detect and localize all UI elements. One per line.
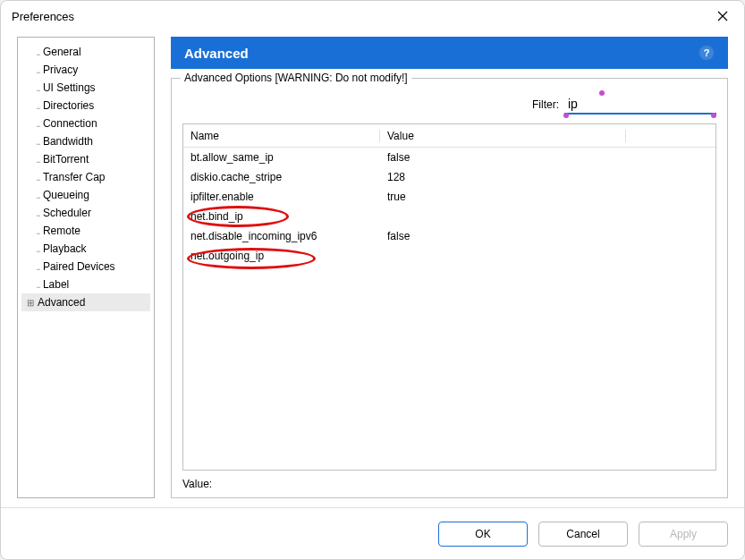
cell-name: bt.allow_same_ip: [183, 151, 380, 164]
column-header-name[interactable]: Name: [183, 130, 380, 142]
cell-name: net.disable_incoming_ipv6: [183, 230, 380, 242]
annotation-dot: [563, 113, 569, 118]
close-button[interactable]: [710, 4, 735, 29]
annotation-dot: [599, 90, 605, 96]
options-table: Name Value bt.allow_same_ip false diskio…: [182, 123, 716, 471]
apply-button[interactable]: Apply: [639, 522, 728, 547]
annotation-dot: [711, 113, 716, 118]
cell-value: true: [380, 191, 715, 203]
cell-name: net.bind_ip: [183, 210, 380, 223]
filter-label: Filter:: [532, 98, 559, 111]
table-row[interactable]: diskio.cache_stripe 128: [183, 167, 715, 187]
value-editor-label: Value:: [182, 478, 716, 490]
tree-item-connection[interactable]: .....Connection: [21, 115, 150, 132]
expand-icon[interactable]: ⊞: [25, 298, 36, 308]
tree-item-directories[interactable]: .....Directories: [21, 97, 150, 115]
dialog-footer: OK Cancel Apply: [1, 507, 744, 559]
tree-item-advanced[interactable]: ⊞Advanced: [21, 293, 150, 311]
category-tree: .....General .....Privacy .....UI Settin…: [17, 37, 155, 498]
table-header: Name Value: [183, 124, 715, 148]
tree-item-label[interactable]: .....Label: [21, 276, 150, 293]
tree-item-paired-devices[interactable]: .....Paired Devices: [21, 258, 150, 276]
cell-value: false: [380, 230, 715, 242]
tree-item-playback[interactable]: .....Playback: [21, 240, 150, 258]
section-header: Advanced ?: [171, 37, 728, 69]
cell-name: diskio.cache_stripe: [183, 171, 380, 183]
filter-row: Filter:: [182, 95, 716, 115]
cell-value: 128: [380, 171, 715, 183]
cell-value: false: [380, 151, 715, 164]
ok-button[interactable]: OK: [438, 522, 528, 547]
help-icon[interactable]: ?: [698, 45, 715, 61]
cell-name: net.outgoing_ip: [183, 250, 380, 262]
tree-item-transfer-cap[interactable]: .....Transfer Cap: [21, 168, 150, 186]
column-header-value[interactable]: Value: [380, 130, 626, 142]
table-row[interactable]: net.disable_incoming_ipv6 false: [183, 226, 715, 246]
table-row[interactable]: net.outgoing_ip: [183, 246, 715, 266]
tree-item-ui-settings[interactable]: .....UI Settings: [21, 79, 150, 97]
tree-item-remote[interactable]: .....Remote: [21, 222, 150, 240]
table-row[interactable]: bt.allow_same_ip false: [183, 148, 715, 167]
fieldset-legend: Advanced Options [WARNING: Do not modify…: [181, 72, 411, 84]
tree-item-queueing[interactable]: .....Queueing: [21, 186, 150, 204]
cancel-button[interactable]: Cancel: [538, 522, 628, 547]
cell-name: ipfilter.enable: [183, 191, 380, 203]
tree-item-scheduler[interactable]: .....Scheduler: [21, 204, 150, 222]
tree-item-bittorrent[interactable]: .....BitTorrent: [21, 150, 150, 168]
filter-input[interactable]: [564, 95, 716, 115]
window-title: Preferences: [12, 10, 710, 23]
close-icon: [717, 11, 728, 21]
titlebar: Preferences: [1, 1, 744, 31]
section-title: Advanced: [184, 46, 249, 61]
preferences-dialog: Preferences .....General .....Privacy ..…: [0, 0, 745, 560]
table-row[interactable]: ipfilter.enable true: [183, 187, 715, 207]
tree-item-privacy[interactable]: .....Privacy: [21, 61, 150, 79]
tree-item-general[interactable]: .....General: [21, 43, 150, 61]
advanced-options-group: Advanced Options [WARNING: Do not modify…: [171, 78, 728, 498]
tree-item-bandwidth[interactable]: .....Bandwidth: [21, 132, 150, 150]
table-row[interactable]: net.bind_ip: [183, 207, 715, 226]
main-panel: Advanced ? Advanced Options [WARNING: Do…: [171, 37, 728, 498]
table-body: bt.allow_same_ip false diskio.cache_stri…: [183, 148, 715, 470]
